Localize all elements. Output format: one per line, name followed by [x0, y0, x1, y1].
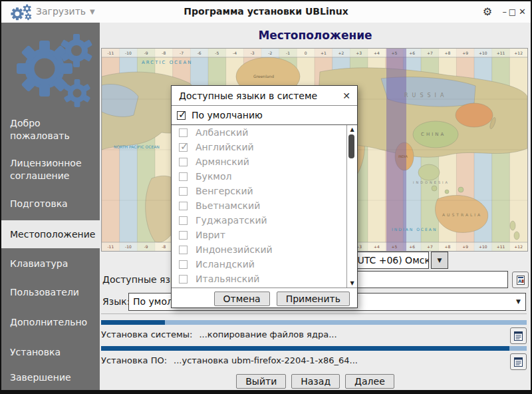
next-button[interactable]: Далее	[345, 374, 394, 389]
language-option[interactable]: Итальянский	[172, 272, 357, 286]
sidebar-item-location[interactable]: Местоположение	[1, 220, 100, 248]
default-label: По умолчанию	[192, 110, 263, 120]
timezone-dropdown-arrow[interactable]: ▼	[431, 252, 448, 269]
sidebar-item-installation[interactable]: Установка	[1, 346, 100, 359]
language-option-label: Исландский	[196, 259, 255, 270]
minimize-button[interactable]: –	[503, 5, 507, 19]
language-option[interactable]: Венгерский	[172, 184, 357, 198]
exit-button[interactable]: Выйти	[236, 374, 286, 389]
page-title: Местоположение	[100, 29, 531, 42]
language-option[interactable]: Армянский	[172, 154, 357, 169]
selected-timezone-highlight	[386, 49, 406, 251]
language-checkbox[interactable]	[179, 128, 188, 137]
svg-text:-10: -10	[125, 51, 132, 55]
language-checkbox[interactable]	[179, 260, 188, 269]
system-install-progress-fill	[101, 320, 165, 325]
svg-text:-4: -4	[233, 51, 237, 55]
log-icon	[513, 331, 523, 341]
maximize-button[interactable]: □	[509, 5, 516, 19]
svg-text:+7: +7	[427, 244, 433, 249]
map-label-arctic: ARCTIC OCEAN	[142, 60, 193, 65]
map-label-india: INDIA	[398, 154, 408, 158]
language-checkbox[interactable]	[179, 172, 188, 181]
language-option-label: Итальянский	[196, 274, 259, 284]
title-bar: Загрузить ▼ Программа установки UBLinux …	[1, 1, 531, 23]
system-install-status-text: ...копирование файлов ядра...	[199, 329, 336, 339]
software-install-status-text: ...установка ubm-firefox-2204-1-x86_64..…	[174, 355, 358, 365]
language-option-label: Английский	[196, 142, 254, 152]
close-button[interactable]: ✕	[519, 5, 526, 19]
map-label-greenland: Greenland	[253, 74, 274, 79]
cancel-button[interactable]: Отмена	[214, 292, 270, 306]
language-option[interactable]: Албанский	[172, 125, 357, 140]
system-install-log-button[interactable]	[510, 327, 527, 344]
available-languages-dialog: Доступные языки в системе ✕ По умолчанию…	[171, 85, 358, 308]
svg-text:-5: -5	[215, 51, 219, 55]
svg-text:-11: -11	[107, 51, 114, 55]
svg-text:-9: -9	[144, 244, 148, 249]
map-label-indonesia: INDONESIA	[413, 180, 450, 184]
sidebar-item-users[interactable]: Пользователи	[1, 286, 100, 299]
sidebar-item-keyboard[interactable]: Клавиатура	[1, 258, 100, 270]
language-option[interactable]: Английский	[172, 140, 357, 154]
software-install-log-button[interactable]	[510, 353, 527, 370]
default-checkbox[interactable]	[177, 111, 186, 120]
default-option-row[interactable]: По умолчанию	[172, 106, 357, 125]
language-option-label: Гуджаратский	[196, 215, 267, 226]
svg-text:+6: +6	[409, 51, 415, 55]
language-checkbox[interactable]	[179, 187, 188, 196]
sidebar-item-finish[interactable]: Завершение	[1, 371, 100, 384]
software-install-progress-fill	[101, 346, 509, 351]
language-option[interactable]: Индонезийский	[172, 242, 357, 257]
log-icon	[513, 357, 523, 367]
apply-button[interactable]: Применить	[277, 292, 350, 306]
svg-text:+3: +3	[356, 51, 362, 55]
settings-gear-icon[interactable]: ⚙	[483, 5, 492, 19]
language-option-label: Индонезийский	[196, 244, 273, 255]
translate-button[interactable]: A	[512, 272, 529, 288]
language-checkbox[interactable]	[179, 158, 188, 166]
scroll-down-icon[interactable]: ▼	[347, 280, 357, 286]
language-checkbox[interactable]	[179, 246, 188, 254]
language-option-label: Иврит	[196, 230, 225, 240]
scroll-up-icon[interactable]: ▲	[347, 126, 357, 132]
svg-text:-9: -9	[144, 51, 148, 55]
svg-text:+10: +10	[479, 51, 487, 55]
language-option-label: Букмол	[196, 171, 231, 182]
language-option[interactable]: Исландский	[172, 257, 357, 272]
sidebar-item-preparation[interactable]: Подготовка	[1, 198, 100, 210]
svg-text:-8: -8	[162, 244, 166, 249]
installer-gears-logo	[7, 29, 96, 118]
language-checkbox[interactable]	[179, 143, 188, 152]
separator-line	[101, 313, 527, 314]
svg-text:+10: +10	[479, 244, 487, 249]
back-button[interactable]: Назад	[291, 374, 340, 389]
language-option[interactable]: Иврит	[172, 228, 357, 242]
sidebar-item-welcome[interactable]: Добро пожаловать	[1, 117, 100, 142]
dialog-close-icon[interactable]: ✕	[342, 91, 357, 101]
svg-text:+1: +1	[321, 51, 327, 55]
language-checkbox[interactable]	[179, 202, 188, 210]
map-label-china: CHINA	[421, 132, 446, 137]
scrollbar[interactable]: ▲ ▼	[346, 125, 357, 288]
svg-text:0: 0	[305, 51, 307, 55]
svg-text:+11: +11	[497, 51, 505, 55]
sidebar-item-license[interactable]: Лицензионное соглашение	[1, 157, 100, 182]
timezone-select[interactable]: (UTC +06) Омск	[350, 252, 429, 269]
language-checkbox[interactable]	[179, 275, 188, 284]
language-option-label: Армянский	[196, 156, 249, 167]
svg-text:-6: -6	[198, 51, 201, 55]
sidebar-item-additional[interactable]: Дополнительно	[1, 316, 100, 329]
language-dropdown-arrow: ▼	[516, 294, 521, 310]
dialog-footer: Отмена Применить	[172, 288, 357, 309]
language-checkbox[interactable]	[179, 216, 188, 225]
wizard-buttons: Выйти Назад Далее	[100, 374, 531, 389]
language-option[interactable]: Букмол	[172, 169, 357, 184]
language-option[interactable]: Гуджаратский	[172, 213, 357, 228]
svg-text:-1: -1	[286, 51, 290, 55]
sidebar: Добро пожаловать Лицензионное соглашение…	[1, 23, 100, 390]
language-checkbox[interactable]	[179, 231, 188, 240]
language-option[interactable]: Вьетнамский	[172, 198, 357, 213]
language-option-label: Венгерский	[196, 186, 253, 196]
scrollbar-thumb[interactable]	[348, 134, 354, 158]
